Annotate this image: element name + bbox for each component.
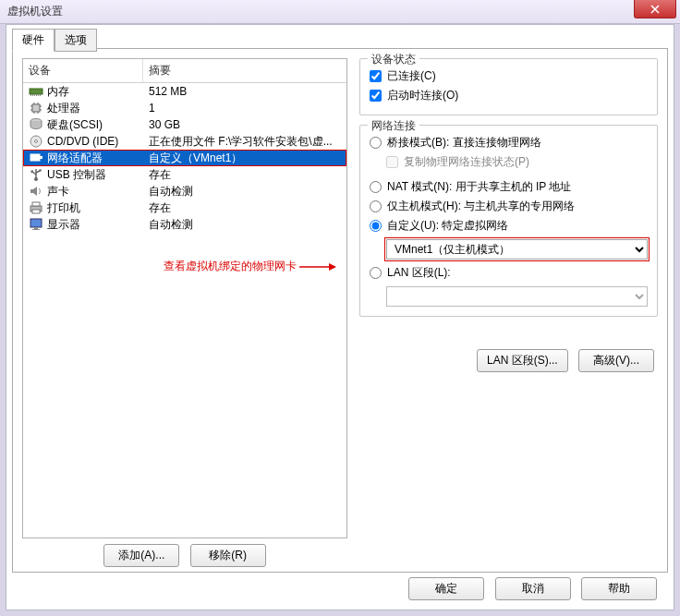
- svg-rect-5: [38, 94, 39, 96]
- network-extra-buttons: LAN 区段(S)... 高级(V)...: [473, 349, 658, 372]
- device-buttons: 添加(A)... 移除(R): [22, 544, 347, 567]
- device-summary: 自动检测: [145, 184, 345, 199]
- device-summary: 30 GB: [145, 118, 345, 131]
- device-summary: 自动检测: [145, 217, 345, 233]
- device-row-netadpt[interactable]: 网络适配器自定义（VMnet1）: [23, 150, 346, 166]
- cpu-icon: [29, 101, 43, 115]
- title-bar: 虚拟机设置: [0, 0, 680, 24]
- device-name: 处理器: [47, 101, 80, 116]
- custom-label: 自定义(U): 特定虚拟网络: [387, 218, 508, 234]
- device-summary: 存在: [145, 167, 345, 183]
- device-name: 打印机: [47, 200, 80, 216]
- device-row-display[interactable]: 显示器自动检测: [23, 216, 346, 233]
- device-row-usb[interactable]: USB 控制器存在: [23, 166, 346, 183]
- svg-point-26: [39, 169, 42, 172]
- replicate-checkbox: [386, 156, 398, 168]
- advanced-button[interactable]: 高级(V)...: [578, 349, 654, 372]
- close-icon: [650, 5, 660, 14]
- custom-radio[interactable]: [370, 220, 382, 232]
- replicate-label: 复制物理网络连接状态(P): [404, 154, 529, 170]
- device-status-legend: 设备状态: [368, 52, 419, 67]
- device-summary: 512 MB: [145, 85, 345, 98]
- hostonly-label: 仅主机模式(H): 与主机共享的专用网络: [387, 199, 575, 214]
- col-device[interactable]: 设备: [23, 59, 143, 82]
- arrow-icon: [299, 261, 336, 272]
- lanseg-radio[interactable]: [370, 267, 382, 279]
- svg-rect-6: [40, 94, 41, 96]
- svg-rect-24: [31, 171, 34, 174]
- bridged-radio[interactable]: [370, 137, 382, 149]
- connect-at-poweron-checkbox[interactable]: [370, 90, 382, 102]
- sound-icon: [29, 184, 43, 199]
- window-body: 硬件选项 设备 摘要 内存512 MB处理器1硬盘(SCSI)30 GBCD/D…: [6, 24, 674, 610]
- connect-at-poweron-label: 启动时连接(O): [387, 88, 458, 103]
- tab-options[interactable]: 选项: [55, 29, 97, 52]
- device-status-group: 设备状态 已连接(C) 启动时连接(O): [359, 58, 658, 115]
- device-name: 显示器: [47, 217, 80, 233]
- annotation: 查看虚拟机绑定的物理网卡: [68, 259, 346, 274]
- nat-label: NAT 模式(N): 用于共享主机的 IP 地址: [387, 179, 571, 195]
- device-row-hdd[interactable]: 硬盘(SCSI)30 GB: [23, 116, 346, 133]
- dialog-buttons: 确定 取消 帮助: [405, 577, 661, 600]
- device-name: 声卡: [47, 184, 69, 199]
- svg-rect-2: [32, 94, 33, 96]
- svg-rect-3: [34, 94, 35, 96]
- svg-rect-4: [36, 94, 37, 96]
- cancel-button[interactable]: 取消: [495, 577, 571, 600]
- connected-checkbox[interactable]: [370, 70, 382, 82]
- tab-hardware[interactable]: 硬件: [12, 29, 55, 52]
- close-button[interactable]: [634, 0, 676, 18]
- device-row-sound[interactable]: 声卡自动检测: [23, 183, 346, 199]
- device-row-memory[interactable]: 内存512 MB: [23, 83, 346, 100]
- col-summary[interactable]: 摘要: [143, 59, 346, 82]
- custom-network-select[interactable]: VMnet1（仅主机模式）: [386, 239, 648, 260]
- svg-rect-19: [30, 154, 40, 161]
- help-button[interactable]: 帮助: [581, 577, 657, 600]
- annotation-text: 查看虚拟机绑定的物理网卡: [164, 260, 297, 272]
- svg-rect-28: [32, 202, 40, 206]
- svg-rect-29: [32, 210, 40, 213]
- device-row-cddvd[interactable]: CD/DVD (IDE)正在使用文件 F:\学习软件安装包\虚...: [23, 133, 346, 150]
- svg-rect-1: [30, 94, 31, 96]
- network-connection-group: 网络连接 桥接模式(B): 直接连接物理网络 复制物理网络连接状态(P) NAT…: [359, 125, 658, 317]
- device-list: 设备 摘要 内存512 MB处理器1硬盘(SCSI)30 GBCD/DVD (I…: [22, 58, 347, 538]
- device-summary: 存在: [145, 200, 345, 216]
- tab-content: 设备 摘要 内存512 MB处理器1硬盘(SCSI)30 GBCD/DVD (I…: [12, 48, 668, 573]
- svg-rect-7: [32, 104, 40, 112]
- device-name: CD/DVD (IDE): [47, 135, 118, 148]
- device-list-header: 设备 摘要: [23, 59, 346, 83]
- svg-rect-31: [34, 227, 38, 229]
- cddvd-icon: [29, 134, 43, 149]
- device-name: 网络适配器: [47, 151, 103, 166]
- right-panel: 设备状态 已连接(C) 启动时连接(O) 网络连接 桥接模式(B): 直接连接物…: [359, 58, 658, 562]
- lanseg-select: [386, 286, 648, 307]
- ok-button[interactable]: 确定: [408, 577, 484, 600]
- add-button[interactable]: 添加(A)...: [103, 544, 179, 567]
- network-connection-legend: 网络连接: [368, 118, 419, 134]
- bridged-label: 桥接模式(B): 直接连接物理网络: [387, 135, 541, 151]
- device-summary: 1: [145, 102, 345, 115]
- window-title: 虚拟机设置: [7, 4, 63, 19]
- device-row-printer[interactable]: 打印机存在: [23, 199, 346, 216]
- left-panel: 设备 摘要 内存512 MB处理器1硬盘(SCSI)30 GBCD/DVD (I…: [22, 58, 347, 562]
- netadpt-icon: [29, 151, 43, 165]
- hostonly-radio[interactable]: [370, 200, 382, 212]
- device-name: 硬盘(SCSI): [47, 117, 103, 133]
- svg-rect-30: [30, 219, 42, 227]
- svg-rect-0: [30, 89, 42, 94]
- memory-icon: [29, 84, 43, 99]
- device-name: USB 控制器: [47, 167, 106, 183]
- svg-rect-20: [40, 156, 42, 159]
- display-icon: [29, 217, 43, 232]
- lan-segments-button[interactable]: LAN 区段(S)...: [477, 349, 568, 372]
- device-name: 内存: [47, 84, 69, 100]
- remove-button[interactable]: 移除(R): [190, 544, 266, 567]
- device-row-cpu[interactable]: 处理器1: [23, 100, 346, 116]
- svg-rect-32: [32, 229, 40, 230]
- device-summary: 自定义（VMnet1）: [145, 151, 345, 166]
- printer-icon: [29, 200, 43, 215]
- nat-radio[interactable]: [370, 181, 382, 193]
- usb-icon: [29, 167, 43, 182]
- device-summary: 正在使用文件 F:\学习软件安装包\虚...: [145, 134, 345, 150]
- connected-label: 已连接(C): [387, 68, 436, 84]
